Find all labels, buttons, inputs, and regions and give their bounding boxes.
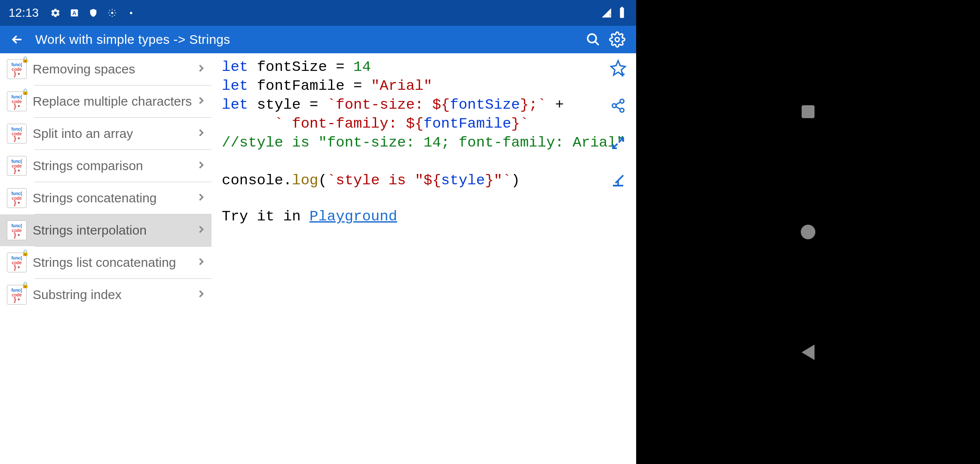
sidebar-item-label: Strings interpolation bbox=[33, 223, 195, 238]
app-bar: Work with simple types -> Strings bbox=[0, 26, 636, 53]
try-prefix: Try it in bbox=[222, 208, 309, 225]
search-button[interactable] bbox=[581, 27, 605, 52]
svg-point-10 bbox=[620, 108, 624, 112]
code-snippet-icon: func{code} • bbox=[7, 188, 27, 208]
chevron-right-icon bbox=[195, 95, 207, 108]
chevron-right-icon bbox=[195, 62, 207, 76]
try-line: Try it in Playground bbox=[222, 207, 626, 226]
lock-icon: 🔒 bbox=[21, 250, 29, 255]
code-line: let style = `font-size: ${fontSize};` + bbox=[222, 95, 626, 114]
battery-icon bbox=[616, 7, 628, 18]
sidebar-item-label: Split into an array bbox=[33, 126, 195, 141]
gear-icon bbox=[50, 7, 61, 18]
sidebar-item[interactable]: func{code} •Strings interpolation bbox=[0, 214, 211, 246]
svg-text:A: A bbox=[72, 10, 76, 16]
svg-point-6 bbox=[588, 34, 596, 43]
svg-point-9 bbox=[612, 104, 616, 108]
svg-text:!: ! bbox=[609, 13, 611, 18]
code-line: //style is "font-size: 14; font-family: … bbox=[222, 133, 626, 152]
expand-button[interactable] bbox=[608, 133, 628, 153]
nav-home-button[interactable] bbox=[795, 219, 821, 245]
chevron-right-icon bbox=[195, 159, 207, 173]
code-line: let fontSize = 14 bbox=[222, 58, 626, 76]
dot-icon: • bbox=[126, 7, 137, 18]
app-icon: A bbox=[69, 7, 80, 18]
nav-back-button[interactable] bbox=[795, 339, 821, 365]
nav-recent-button[interactable] bbox=[795, 99, 821, 125]
code-snippet-icon: func{code} • bbox=[7, 124, 27, 143]
system-navbar bbox=[636, 0, 980, 464]
code-line: let fontFamile = "Arial" bbox=[222, 76, 626, 95]
chevron-right-icon bbox=[195, 256, 207, 269]
sidebar[interactable]: func{code} •🔒Removing spacesfunc{code} •… bbox=[0, 53, 211, 464]
sidebar-item-label: Replace multiple characters bbox=[33, 94, 195, 109]
shield-icon bbox=[88, 7, 99, 18]
code-snippet-icon: func{code} • bbox=[7, 156, 27, 176]
code-snippet-icon: func{code} • bbox=[7, 220, 27, 240]
sidebar-item-label: Removing spaces bbox=[33, 62, 195, 76]
code-line: console.log(`style is "${style}"`) bbox=[222, 171, 626, 190]
gear-small-icon bbox=[107, 7, 118, 18]
chevron-right-icon bbox=[195, 223, 207, 237]
sidebar-item[interactable]: func{code} •Strings comparison bbox=[0, 150, 211, 182]
sidebar-item[interactable]: func{code} •🔒Replace multiple characters bbox=[0, 85, 211, 117]
share-button[interactable] bbox=[608, 95, 628, 116]
playground-link[interactable]: Playground bbox=[309, 208, 397, 225]
svg-point-8 bbox=[620, 99, 624, 103]
sidebar-item-label: Strings list concatenating bbox=[33, 255, 195, 270]
back-button[interactable] bbox=[7, 29, 28, 50]
favorite-button[interactable] bbox=[608, 58, 628, 78]
status-bar: 12:13 A • ! bbox=[0, 0, 636, 26]
sidebar-item[interactable]: func{code} •🔒Strings list concatenating bbox=[0, 247, 211, 278]
settings-button[interactable] bbox=[605, 27, 629, 52]
code-snippet-icon: func{code} •🔒 bbox=[7, 59, 27, 79]
status-time: 12:13 bbox=[9, 6, 39, 20]
sidebar-item-label: Substring index bbox=[33, 287, 195, 302]
collapse-button[interactable] bbox=[608, 170, 628, 191]
code-snippet-icon: func{code} •🔒 bbox=[7, 253, 27, 272]
code-pane: let fontSize = 14 let fontFamile = "Aria… bbox=[211, 53, 636, 464]
lock-icon: 🔒 bbox=[21, 283, 29, 287]
code-snippet-icon: func{code} •🔒 bbox=[7, 285, 27, 305]
sidebar-item[interactable]: func{code} •Strings concatenating bbox=[0, 182, 211, 214]
lock-icon: 🔒 bbox=[21, 89, 29, 94]
chevron-right-icon bbox=[195, 127, 207, 140]
code-line bbox=[222, 152, 626, 171]
signal-icon: ! bbox=[601, 7, 612, 18]
page-title: Work with simple types -> Strings bbox=[35, 32, 581, 47]
code-line: ` font-family: ${fontFamile}` bbox=[222, 114, 626, 133]
lock-icon: 🔒 bbox=[21, 57, 29, 62]
sidebar-item[interactable]: func{code} •🔒Substring index bbox=[0, 279, 211, 311]
sidebar-item-label: Strings concatenating bbox=[33, 191, 195, 205]
chevron-right-icon bbox=[195, 191, 207, 205]
sidebar-item[interactable]: func{code} •🔒Removing spaces bbox=[0, 53, 211, 85]
sidebar-item-label: Strings comparison bbox=[33, 159, 195, 173]
chevron-right-icon bbox=[195, 288, 207, 302]
svg-point-2 bbox=[111, 12, 113, 14]
sidebar-item[interactable]: func{code} •Split into an array bbox=[0, 118, 211, 150]
code-snippet-icon: func{code} •🔒 bbox=[7, 92, 27, 111]
svg-rect-4 bbox=[620, 8, 624, 18]
svg-rect-5 bbox=[621, 7, 623, 8]
svg-point-7 bbox=[615, 37, 619, 42]
